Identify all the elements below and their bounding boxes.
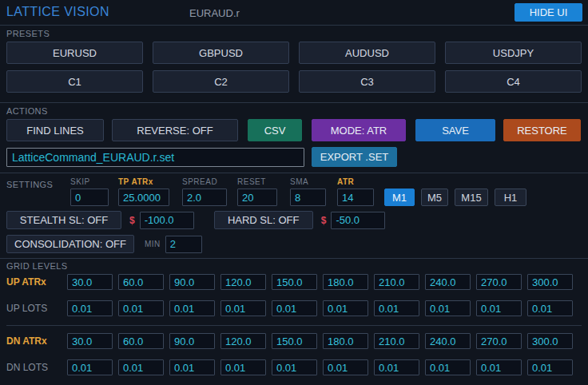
grid-level-input[interactable] (169, 359, 215, 375)
setting-input-tp-atrx[interactable] (118, 189, 169, 206)
csv-button[interactable]: CSV (248, 119, 302, 141)
setting-label-skip: SKIP (70, 177, 109, 186)
preset-button-audusd[interactable]: AUDUSD (299, 42, 435, 64)
setting-field-tp-atrx: TP ATRx (118, 177, 169, 206)
grid-level-input[interactable] (67, 359, 113, 375)
grid-inputs (67, 333, 573, 349)
grid-row-label-dn-lots: DN LOTS (6, 362, 67, 373)
grid-level-input[interactable] (323, 300, 368, 316)
grid-level-input[interactable] (476, 300, 522, 316)
save-button[interactable]: SAVE (415, 119, 495, 141)
grid-row-label-up-atrx: UP ATRx (6, 276, 67, 288)
timeframe-button-m15[interactable]: M15 (455, 189, 488, 206)
grid-level-input[interactable] (272, 300, 317, 316)
setting-label-spread: SPREAD (182, 177, 227, 186)
setting-input-reset[interactable] (237, 189, 277, 206)
grid-inputs (67, 359, 573, 375)
settings-section: SETTINGS SKIPTP ATRxSPREADRESETSMAATR M1… (0, 173, 588, 253)
grid-level-input[interactable] (67, 333, 113, 349)
hard-sl-input[interactable] (331, 212, 385, 229)
preset-button-usdjpy[interactable]: USDJPY (445, 42, 582, 64)
set-filename-input[interactable] (6, 148, 304, 167)
setting-field-reset: RESET (237, 177, 277, 206)
grid-level-input[interactable] (220, 300, 266, 316)
grid-inputs (67, 300, 573, 316)
preset-button-c3[interactable]: C3 (299, 70, 435, 93)
setting-field-skip: SKIP (70, 177, 109, 206)
grid-level-input[interactable] (425, 274, 471, 290)
hide-ui-button[interactable]: HIDE UI (514, 3, 582, 22)
grid-level-input[interactable] (374, 359, 419, 375)
grid-level-input[interactable] (169, 300, 215, 316)
stealth-sl-input[interactable] (140, 212, 194, 229)
min-input[interactable] (165, 236, 202, 253)
grid-level-input[interactable] (476, 333, 522, 349)
dollar-icon: $ (321, 215, 327, 226)
preset-button-c2[interactable]: C2 (153, 70, 289, 93)
grid-level-input[interactable] (272, 274, 317, 290)
setting-field-atr: ATR (337, 177, 374, 206)
grid-level-input[interactable] (476, 359, 522, 375)
setting-input-atr[interactable] (337, 189, 374, 206)
grid-level-input[interactable] (323, 333, 368, 349)
setting-label-reset: RESET (237, 177, 277, 186)
grid-level-input[interactable] (425, 333, 471, 349)
grid-level-input[interactable] (118, 274, 164, 290)
grid-level-input[interactable] (67, 274, 113, 290)
setting-field-spread: SPREAD (182, 177, 227, 206)
grid-level-input[interactable] (374, 274, 419, 290)
app-title: LATTICE VISION (6, 5, 109, 19)
grid-level-input[interactable] (323, 359, 368, 375)
grid-dn-rows: DN ATRxDN LOTS (6, 333, 582, 375)
grid-level-input[interactable] (220, 333, 266, 349)
grid-row-up-lots: UP LOTS (6, 300, 582, 316)
grid-level-input[interactable] (527, 333, 573, 349)
grid-level-input[interactable] (169, 274, 215, 290)
preset-button-c4[interactable]: C4 (445, 70, 582, 93)
setting-input-skip[interactable] (70, 189, 109, 206)
preset-button-c1[interactable]: C1 (6, 70, 143, 93)
header: LATTICE VISION EURAUD.r HIDE UI (0, 0, 588, 26)
timeframe-button-m5[interactable]: M5 (421, 189, 448, 206)
grid-level-input[interactable] (220, 359, 266, 375)
stealth-sl-toggle[interactable]: STEALTH SL: OFF (6, 211, 121, 229)
grid-level-input[interactable] (425, 300, 471, 316)
grid-level-input[interactable] (272, 333, 317, 349)
grid-level-input[interactable] (527, 359, 573, 375)
grid-level-input[interactable] (118, 333, 164, 349)
restore-button[interactable]: RESTORE (503, 119, 581, 141)
grid-level-input[interactable] (374, 300, 419, 316)
grid-level-input[interactable] (425, 359, 471, 375)
reverse-toggle-button[interactable]: REVERSE: OFF (112, 119, 238, 141)
grid-level-input[interactable] (118, 300, 164, 316)
export-set-button[interactable]: EXPORT .SET (312, 147, 397, 167)
settings-fields-row: SKIPTP ATRxSPREADRESETSMAATR M1M5M15H1 (70, 177, 582, 206)
setting-label-tp-atrx: TP ATRx (118, 177, 169, 186)
setting-input-sma[interactable] (290, 189, 326, 206)
preset-button-eurusd[interactable]: EURUSD (6, 42, 143, 64)
timeframe-button-m1[interactable]: M1 (384, 189, 415, 206)
mode-toggle-button[interactable]: MODE: ATR (312, 119, 406, 141)
grid-level-input[interactable] (220, 274, 266, 290)
setting-label-atr: ATR (337, 177, 374, 186)
grid-level-input[interactable] (67, 300, 113, 316)
hard-sl-toggle[interactable]: HARD SL: OFF (214, 211, 313, 229)
setting-field-sma: SMA (290, 177, 326, 206)
actions-section-label: ACTIONS (6, 106, 582, 116)
grid-level-input[interactable] (527, 300, 573, 316)
grid-level-input[interactable] (374, 333, 419, 349)
timeframe-button-h1[interactable]: H1 (495, 189, 526, 206)
grid-level-input[interactable] (527, 274, 573, 290)
grid-level-input[interactable] (272, 359, 317, 375)
grid-level-input[interactable] (323, 274, 368, 290)
grid-level-input[interactable] (169, 333, 215, 349)
consolidation-toggle[interactable]: CONSOLIDATION: OFF (6, 235, 134, 253)
grid-level-input[interactable] (118, 359, 164, 375)
file-row: EXPORT .SET (6, 147, 582, 167)
find-lines-button[interactable]: FIND LINES (6, 119, 104, 141)
setting-input-spread[interactable] (182, 189, 227, 206)
preset-button-gbpusd[interactable]: GBPUSD (153, 42, 289, 64)
grid-level-input[interactable] (476, 274, 522, 290)
grid-up-rows: UP ATRxUP LOTS (6, 274, 582, 316)
timeframe-selector: M1M5M15H1 (384, 189, 526, 206)
